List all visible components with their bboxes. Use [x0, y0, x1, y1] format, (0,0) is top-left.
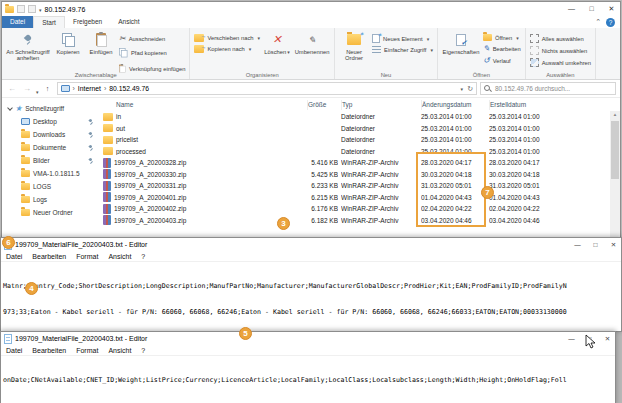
group-label-select: Auswählen	[526, 72, 595, 78]
menu-item-file[interactable]: Datei	[1, 347, 27, 354]
minimize-ribbon-icon[interactable]: ⌃	[595, 18, 601, 26]
menu-item-file[interactable]: Datei	[1, 253, 27, 260]
menu-bar: Datei Bearbeiten Format Ansicht ?	[1, 345, 615, 356]
table-row[interactable]: 199709_A_20200403.zip 6.182 KB WinRAR-ZI…	[99, 215, 620, 227]
table-row[interactable]: processed Dateiordner 25.03.2014 01:00 2…	[99, 146, 620, 158]
sidebar-item-new-folder[interactable]: Neuer Ordner	[2, 206, 99, 219]
mouse-cursor-icon	[585, 334, 597, 350]
folder-icon	[103, 147, 113, 155]
table-row[interactable]: in Dateiordner 25.03.2014 01:00 25.03.20…	[99, 111, 620, 123]
address-breadcrumb[interactable]: Internet 80.152.49.76	[57, 82, 477, 95]
sidebar-item-vma[interactable]: VMA-1.0.1811.5	[2, 167, 99, 180]
column-header-name[interactable]: Name	[99, 100, 307, 110]
menu-item-edit[interactable]: Bearbeiten	[27, 253, 71, 260]
menu-item-view[interactable]: Ansicht	[103, 347, 136, 354]
column-header-modified[interactable]: Änderungsdatum	[421, 100, 485, 110]
text-editor-area[interactable]: onDate;CNetAvailable;CNET_ID;Weight;List…	[1, 356, 615, 403]
search-input[interactable]: 80.152.49.76 durchsuch...	[480, 82, 616, 95]
table-row[interactable]: 199709_A_20200401.zip 6.215 KB WinRAR-ZI…	[99, 192, 620, 204]
qat-customize-chevron-icon[interactable]	[39, 6, 42, 13]
menu-item-format[interactable]: Format	[71, 253, 103, 260]
copy-path-button[interactable]: Pfad kopieren	[119, 46, 185, 59]
menu-item-edit[interactable]: Bearbeiten	[27, 347, 71, 354]
menu-item-format[interactable]: Format	[71, 347, 103, 354]
copy-to-button[interactable]: Kopieren nach	[194, 45, 260, 53]
title-bar[interactable]: 80.152.49.76	[2, 2, 620, 16]
help-icon[interactable]: ?	[606, 18, 615, 27]
sidebar-item-downloads[interactable]: Downloads	[2, 128, 99, 141]
sidebar-item-logs-upper[interactable]: LOGS	[2, 180, 99, 193]
sidebar-item-desktop[interactable]: Desktop	[2, 115, 99, 128]
select-none-icon	[530, 46, 539, 55]
notepad-window-2: 199709_MaterialFile_20200403.txt - Edito…	[0, 331, 616, 403]
quick-access-toolbar-button[interactable]	[28, 5, 36, 13]
sidebar-item-pictures[interactable]: Bilder	[2, 154, 99, 167]
minimize-button[interactable]	[564, 332, 579, 345]
rename-button[interactable]: Umbenennen	[294, 31, 330, 55]
folder-icon	[21, 170, 30, 177]
cut-button[interactable]: Ausschneiden	[119, 34, 185, 43]
menu-item-help[interactable]: ?	[136, 253, 150, 260]
scrollbar-thumb[interactable]	[611, 121, 619, 179]
menu-item-help[interactable]: ?	[136, 347, 150, 354]
paste-button[interactable]: Einfügen	[86, 31, 116, 55]
move-to-button[interactable]: Verschieben nach	[194, 34, 260, 42]
table-row[interactable]: 199709_A_20200331.zip 6.233 KB WinRAR-ZI…	[99, 180, 620, 192]
sidebar-item-logs[interactable]: Logs	[2, 193, 99, 206]
up-button[interactable]	[42, 83, 54, 95]
minimize-button[interactable]	[563, 2, 580, 16]
explorer-app-icon	[5, 6, 14, 13]
breadcrumb-current[interactable]: 80.152.49.76	[109, 85, 149, 92]
back-button[interactable]	[6, 83, 18, 95]
breadcrumb-root[interactable]: Internet	[78, 85, 101, 92]
file-name: processed	[116, 148, 146, 155]
quick-access-toolbar-button[interactable]	[17, 5, 25, 13]
pin-to-quick-access-button[interactable]: An Schnellzugriff anheften	[6, 31, 50, 62]
title-bar[interactable]: 199709_MaterialFile_20200403.txt - Edito…	[1, 238, 621, 251]
new-folder-button[interactable]: Neuer Ordner	[339, 31, 369, 62]
tab-file[interactable]: Datei	[2, 16, 33, 28]
minimize-button[interactable]	[570, 238, 585, 251]
tab-view[interactable]: Ansicht	[110, 16, 147, 28]
select-all-button[interactable]: Alles auswählen	[530, 34, 591, 43]
table-row[interactable]: 199709_A_20200330.zip 5.425 KB WinRAR-ZI…	[99, 169, 620, 181]
sidebar-item-documents[interactable]: Dokumente	[2, 141, 99, 154]
maximize-button[interactable]	[588, 238, 603, 251]
sidebar-item-quick-access[interactable]: Schnellzugriff	[2, 102, 99, 115]
table-row[interactable]: pricelist Dateiordner 25.03.2014 01:00 2…	[99, 134, 620, 146]
column-header-size[interactable]: Größe	[307, 100, 338, 110]
copy-icon	[62, 33, 74, 46]
table-row[interactable]: 199709_A_20200402.zip 6.176 KB WinRAR-ZI…	[99, 203, 620, 215]
forward-button[interactable]	[21, 83, 33, 95]
column-header-type[interactable]: Typ	[341, 100, 419, 110]
refresh-icon[interactable]	[467, 85, 473, 93]
edit-button[interactable]: Bearbeiten	[483, 44, 521, 53]
open-icon	[483, 34, 492, 41]
recent-locations-chevron-icon[interactable]	[36, 80, 39, 98]
address-dropdown-icon[interactable]	[461, 85, 464, 92]
table-row[interactable]: out Dateiordner 25.03.2014 01:00 25.03.2…	[99, 123, 620, 135]
scroll-up-icon[interactable]: ▲	[610, 111, 620, 119]
easy-access-button[interactable]: Einfacher Zugriff	[372, 46, 433, 54]
select-none-button[interactable]: Nichts auswählen	[530, 46, 591, 55]
copy-button[interactable]: Kopieren	[53, 31, 83, 55]
maximize-button[interactable]	[583, 2, 600, 16]
close-button[interactable]	[606, 238, 621, 251]
tab-share[interactable]: Freigeben	[65, 16, 110, 28]
properties-button[interactable]: Eigenschaften	[442, 31, 480, 55]
open-button[interactable]: Öffnen	[483, 34, 521, 41]
menu-item-view[interactable]: Ansicht	[103, 253, 136, 260]
table-row[interactable]: 199709_A_20200328.zip 5.416 KB WinRAR-ZI…	[99, 157, 620, 169]
delete-button[interactable]: Löschen	[263, 31, 291, 56]
history-button[interactable]: Verlauf	[483, 56, 521, 65]
invert-selection-button[interactable]: Auswahl umkehren	[530, 58, 591, 67]
close-button[interactable]	[600, 332, 615, 345]
close-button[interactable]	[603, 2, 620, 16]
title-bar[interactable]: 199709_MaterialFile_20200403.txt - Edito…	[1, 332, 615, 345]
column-header-created[interactable]: Erstelldatum	[489, 100, 553, 110]
file-name: 199709_A_20200402.zip	[114, 205, 186, 212]
new-item-button[interactable]: Neues Element	[372, 34, 433, 43]
tab-start[interactable]: Start	[33, 16, 65, 28]
scrollbar[interactable]: ▲	[610, 111, 620, 237]
window-title: 199709_MaterialFile_20200403.txt - Edito…	[15, 335, 147, 342]
